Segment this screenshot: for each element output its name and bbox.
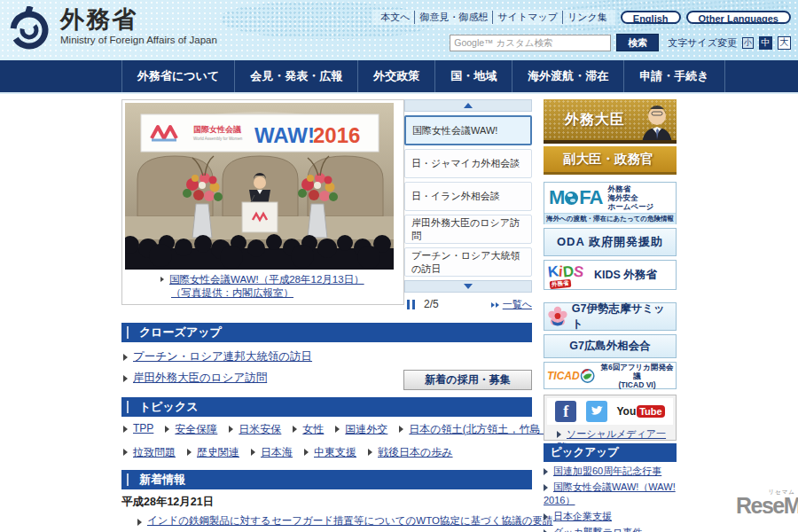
carousel-photo[interactable]: 国際女性会議 World Assembly for Women WAW! 201… (125, 103, 394, 270)
topic-link-postwar-japan[interactable]: 戦後日本の歩み (368, 445, 453, 460)
carousel-photo-box: 国際女性会議 World Assembly for Women WAW! 201… (121, 99, 404, 305)
mofa-homepage: 外務省 Ministry of Foreign Affairs of Japan… (0, 0, 798, 532)
minister-photo (640, 103, 674, 144)
closeup-heading: クローズアップ (121, 323, 532, 342)
utility-links: 本文へ 御意見・御感想 サイトマップ リンク集 (372, 10, 615, 25)
topic-link-middle-east[interactable]: 中東支援 (304, 445, 356, 460)
nav-procedures[interactable]: 申請・手続き (623, 60, 724, 92)
vice-minister-banner-label: 副大臣・政務官 (563, 151, 653, 168)
carousel-page-indicator: 2/5 (424, 298, 439, 310)
pickup-heading: ピックアップ (544, 443, 677, 462)
font-size-small-button[interactable]: 小 (742, 37, 754, 49)
pickup-list: 国連加盟60周年記念行事 国際女性会議WAW!（WAW! 2016） 日本企業支… (544, 465, 677, 532)
link-sitemap[interactable]: サイトマップ (492, 11, 562, 24)
link-links[interactable]: リンク集 (562, 11, 612, 24)
mofa-emblem-icon (7, 6, 51, 52)
banner-oda[interactable]: ODA 政府開発援助 (544, 228, 677, 256)
link-feedback[interactable]: 御意見・御感想 (414, 11, 492, 24)
banner-ticad[interactable]: TICAD 第6回アフリカ開発会議(TICAD VI) (544, 362, 677, 389)
banner-g7-ise-shima[interactable]: G7伊勢志摩サミット (544, 302, 677, 331)
topics-heading: トピックス (121, 397, 532, 417)
search-button[interactable]: 検索 (616, 34, 659, 51)
pickup-link-un-60th[interactable]: 国連加盟60周年記念行事 (544, 466, 661, 476)
kids-logo: KiDS 外務省 (548, 263, 587, 286)
globe-icon (565, 192, 578, 205)
topic-link-security[interactable]: 安全保障 (165, 422, 217, 437)
font-size-label: 文字サイズ変更 (668, 36, 737, 50)
watermark-text: ReseMom. (736, 493, 798, 518)
site-logo[interactable]: 外務省 Ministry of Foreign Affairs of Japan (7, 6, 217, 52)
closeup-link-putin-visit[interactable]: プーチン・ロシア連邦大統領の訪日 (123, 350, 312, 363)
carousel-caption-credit-link[interactable]: （写真提供：内閣広報室） (169, 286, 401, 300)
carousel-up-button[interactable] (404, 99, 532, 112)
nav-press[interactable]: 会見・発表・広報 (234, 60, 357, 92)
social-media-box: f YouTube ソーシャルメディア一覧 (544, 395, 677, 441)
mofa-safety-logo: MFA (549, 186, 602, 209)
font-size-medium-button[interactable]: 中 (759, 36, 772, 50)
chevron-up-icon (464, 103, 473, 108)
topic-link-women[interactable]: 女性 (293, 422, 324, 437)
topic-link-tpp[interactable]: TPP (123, 422, 153, 437)
banner-kids-mofa[interactable]: KiDS 外務省 KIDS 外務省 (544, 260, 677, 290)
global-nav: 外務省について 会見・発表・広報 外交政策 国・地域 海外渡航・滞在 申請・手続… (0, 60, 798, 92)
pickup-link-waw2016[interactable]: 国際女性会議WAW!（WAW! 2016） (544, 481, 676, 505)
topic-link-japan-us[interactable]: 日米安保 (229, 422, 281, 437)
nav-countries[interactable]: 国・地域 (434, 60, 512, 92)
banner-vice-minister[interactable]: 副大臣・政務官 (544, 146, 677, 175)
nav-travel[interactable]: 海外渡航・滞在 (512, 60, 623, 92)
carousel-pause-button[interactable] (404, 299, 417, 310)
carousel-item-selected[interactable]: 国際女性会議WAW! (404, 115, 532, 145)
nav-foreign-policy[interactable]: 外交政策 (357, 60, 434, 92)
carousel-caption: 国際女性会議WAW!（平成28年12月13日） （写真提供：内閣広報室） (125, 270, 401, 301)
kids-badge: 外務省 (550, 279, 571, 289)
news-heading: 新着情報 (121, 470, 532, 489)
photo-banner-label: 国際女性会議 (193, 125, 241, 134)
topic-link-history[interactable]: 歴史関連 (187, 445, 239, 460)
news-recruitment-tab[interactable]: 新着の採用・募集 (403, 370, 532, 390)
carousel-item[interactable]: プーチン・ロシア大統領の訪日 (404, 247, 532, 277)
watermark-ruby: リセマム (768, 489, 795, 497)
ticad-globe-icon (580, 368, 595, 384)
other-languages-button[interactable]: Other Languages (686, 11, 791, 24)
banner-overseas-safety[interactable]: MFA 外務省 海外安全 ホームページ 海外への渡航・滞在にあたっての危険情報 (544, 182, 677, 224)
photo-banner-sub: World Assembly for Women (193, 137, 243, 141)
ticad-label: 第6回アフリカ開発会議(TICAD VI) (598, 363, 676, 389)
news-link-india-wto[interactable]: インドの鉄鋼製品に対するセーフガード措置等についてのWTO協定に基づく協議の要請 (137, 515, 553, 526)
font-size-large-button[interactable]: 大 (778, 36, 791, 50)
main-content: 国際女性会議 World Assembly for Women WAW! 201… (121, 99, 677, 532)
youtube-icon[interactable]: YouTube (616, 405, 664, 418)
mofa-safety-title: 外務省 海外安全 ホームページ (607, 184, 653, 211)
search-input[interactable] (450, 35, 611, 51)
kids-banner-label: KIDS 外務省 (594, 268, 657, 283)
cherry-blossom-icon (547, 306, 568, 327)
chevron-down-icon (464, 284, 473, 289)
photo-banner-title-blue: WAW! (254, 123, 315, 147)
pickup-link-business-support[interactable]: 日本企業支援 (544, 511, 612, 521)
pickup-link-dhaka-attack[interactable]: ダッカ襲撃テロ事件 (544, 527, 642, 532)
facebook-icon[interactable]: f (555, 401, 576, 422)
minister-banner-label: 外務大臣 (565, 111, 625, 129)
carousel-item[interactable]: 日・イラン外相会談 (404, 182, 532, 211)
twitter-icon[interactable] (586, 401, 607, 422)
carousel-item[interactable]: 岸田外務大臣のロシア訪問 (404, 215, 532, 244)
site-header: 外務省 Ministry of Foreign Affairs of Japan… (0, 0, 798, 60)
banner-g7-hiroshima[interactable]: G7広島外相会合 (544, 334, 677, 358)
carousel-item[interactable]: 日・ジャマイカ外相会談 (404, 149, 532, 178)
resemom-watermark: リセマム ReseMom. (736, 493, 798, 519)
banner-foreign-minister[interactable]: 外務大臣 (544, 99, 677, 144)
carousel-list-all-link[interactable]: 一覧へ (503, 298, 532, 311)
link-to-main-content[interactable]: 本文へ (376, 11, 414, 24)
nav-about-mofa[interactable]: 外務省について (121, 60, 234, 92)
double-arrow-icon (491, 299, 500, 309)
photo-banner-title-red: 2016 (313, 123, 360, 147)
closeup-link-kishida-russia[interactable]: 岸田外務大臣のロシア訪問 (123, 372, 267, 384)
site-title: 外務省 (60, 6, 217, 33)
news-date: 平成28年12月21日 (121, 495, 214, 510)
carousel-down-button[interactable] (404, 280, 532, 293)
carousel-caption-link[interactable]: 国際女性会議WAW!（平成28年12月13日） (169, 273, 401, 286)
topic-link-abductions[interactable]: 拉致問題 (123, 445, 176, 460)
topic-link-un-diplomacy[interactable]: 国連外交 (335, 422, 387, 437)
g7-ise-shima-label: G7伊勢志摩サミット (572, 301, 676, 332)
topic-link-sea-of-japan[interactable]: 日本海 (251, 445, 293, 460)
english-button[interactable]: English (621, 11, 681, 24)
